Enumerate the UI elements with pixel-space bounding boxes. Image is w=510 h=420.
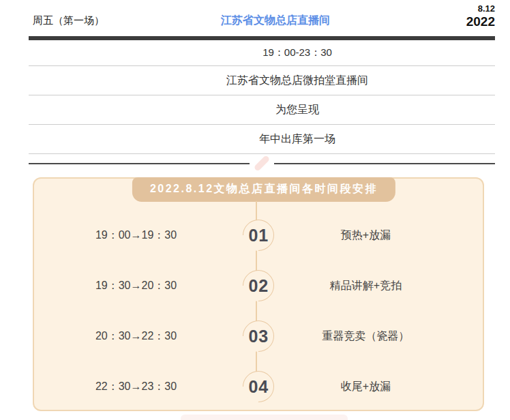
intro-studio-row: 江苏省文物总店微拍堂直播间 <box>29 66 495 95</box>
schedule-panel: 2022.8.12文物总店直播间各时间段安排 19：00→19：30 01 预热… <box>33 177 484 411</box>
divider-left-segment <box>29 163 250 164</box>
broadcast-time-range: 19：00-23：30 <box>262 46 332 59</box>
slot-number: 02 <box>248 276 269 296</box>
date-year: 2022 <box>466 14 495 29</box>
schedule-rows: 19：00→19：30 01 预热+放漏 19：30→20：30 02 精品讲解… <box>34 179 483 412</box>
schedule-row: 22：30→23：30 04 收尾+放漏 <box>34 361 483 412</box>
slot-time: 22：30→23：30 <box>40 380 232 394</box>
studio-name: 江苏省文物总店微拍堂直播间 <box>226 74 368 88</box>
schedule-row: 20：30→22：30 03 重器竞卖（瓷器） <box>34 311 483 361</box>
studio-title-link[interactable]: 江苏省文物总店直播间 <box>221 14 330 28</box>
pink-slash-icon <box>254 155 271 172</box>
schedule-row: 19：00→19：30 01 预热+放漏 <box>34 210 483 260</box>
intro-time-row: 19：00-23：30 <box>29 40 495 66</box>
poster-page: 周五（第一场） 江苏省文物总店直播间 8.12 2022 19：00-23：30… <box>0 0 510 420</box>
session-label: 周五（第一场） <box>33 14 104 27</box>
slot-label: 预热+放漏 <box>269 228 462 243</box>
event-name: 年中出库第一场 <box>259 132 335 147</box>
slot-number: 01 <box>248 226 269 245</box>
slot-label: 收尾+放漏 <box>269 380 462 394</box>
slot-number: 03 <box>248 327 269 346</box>
schedule-row: 19：30→20：30 02 精品讲解+竞拍 <box>34 260 483 311</box>
present-text: 为您呈现 <box>275 103 319 117</box>
intro-section: 19：00-23：30 江苏省文物总店微拍堂直播间 为您呈现 年中出库第一场 <box>29 40 495 154</box>
date-block: 8.12 2022 <box>466 4 495 29</box>
intro-present-row: 为您呈现 <box>29 95 495 125</box>
header: 周五（第一场） 江苏省文物总店直播间 8.12 2022 <box>0 0 510 36</box>
slot-time: 19：30→20：30 <box>40 279 232 293</box>
slot-number: 04 <box>248 377 269 397</box>
slot-time: 20：30→22：30 <box>40 329 232 344</box>
slot-label: 重器竞卖（瓷器） <box>269 329 462 344</box>
slot-time: 19：00→19：30 <box>40 228 232 243</box>
next-panel-peek <box>181 415 348 420</box>
intro-event-row: 年中出库第一场 <box>29 125 495 154</box>
divider-right-segment <box>274 163 495 164</box>
slot-label: 精品讲解+竞拍 <box>269 279 462 293</box>
slash-divider <box>29 160 495 166</box>
date-month-day: 8.12 <box>466 4 495 14</box>
